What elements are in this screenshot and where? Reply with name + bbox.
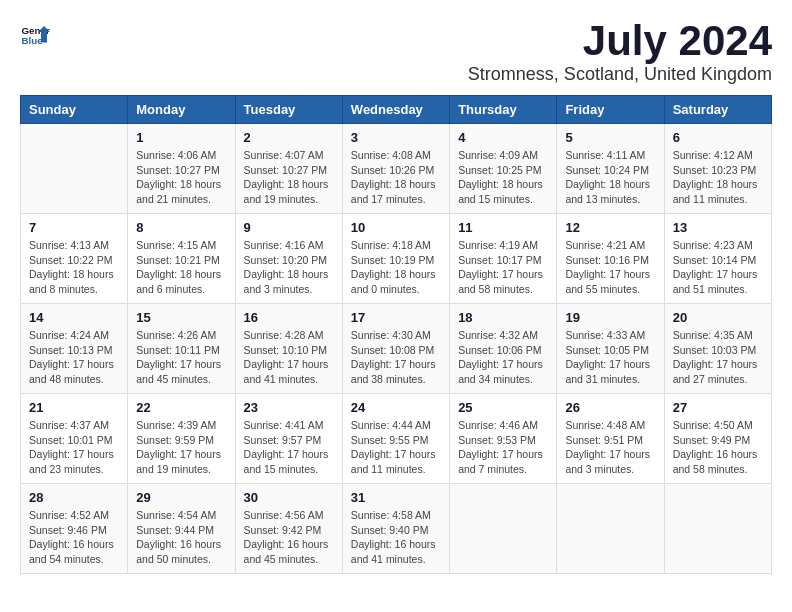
day-number: 3 — [351, 130, 441, 145]
day-info: Sunrise: 4:13 AMSunset: 10:22 PMDaylight… — [29, 238, 119, 297]
header-sunday: Sunday — [21, 96, 128, 124]
day-info: Sunrise: 4:39 AMSunset: 9:59 PMDaylight:… — [136, 418, 226, 477]
day-info: Sunrise: 4:52 AMSunset: 9:46 PMDaylight:… — [29, 508, 119, 567]
header-friday: Friday — [557, 96, 664, 124]
day-info: Sunrise: 4:23 AMSunset: 10:14 PMDaylight… — [673, 238, 763, 297]
week-row-2: 7Sunrise: 4:13 AMSunset: 10:22 PMDayligh… — [21, 214, 772, 304]
day-number: 5 — [565, 130, 655, 145]
week-row-3: 14Sunrise: 4:24 AMSunset: 10:13 PMDaylig… — [21, 304, 772, 394]
table-cell: 11Sunrise: 4:19 AMSunset: 10:17 PMDaylig… — [450, 214, 557, 304]
month-title: July 2024 — [468, 20, 772, 62]
day-number: 4 — [458, 130, 548, 145]
day-number: 11 — [458, 220, 548, 235]
table-cell: 13Sunrise: 4:23 AMSunset: 10:14 PMDaylig… — [664, 214, 771, 304]
day-number: 22 — [136, 400, 226, 415]
table-cell: 16Sunrise: 4:28 AMSunset: 10:10 PMDaylig… — [235, 304, 342, 394]
header-wednesday: Wednesday — [342, 96, 449, 124]
day-number: 28 — [29, 490, 119, 505]
table-cell: 27Sunrise: 4:50 AMSunset: 9:49 PMDayligh… — [664, 394, 771, 484]
day-number: 1 — [136, 130, 226, 145]
table-cell: 30Sunrise: 4:56 AMSunset: 9:42 PMDayligh… — [235, 484, 342, 574]
day-number: 26 — [565, 400, 655, 415]
day-info: Sunrise: 4:09 AMSunset: 10:25 PMDaylight… — [458, 148, 548, 207]
table-cell: 9Sunrise: 4:16 AMSunset: 10:20 PMDayligh… — [235, 214, 342, 304]
table-cell: 4Sunrise: 4:09 AMSunset: 10:25 PMDayligh… — [450, 124, 557, 214]
table-cell: 14Sunrise: 4:24 AMSunset: 10:13 PMDaylig… — [21, 304, 128, 394]
table-cell — [21, 124, 128, 214]
day-info: Sunrise: 4:56 AMSunset: 9:42 PMDaylight:… — [244, 508, 334, 567]
day-number: 18 — [458, 310, 548, 325]
calendar-table: Sunday Monday Tuesday Wednesday Thursday… — [20, 95, 772, 574]
day-info: Sunrise: 4:48 AMSunset: 9:51 PMDaylight:… — [565, 418, 655, 477]
table-cell — [557, 484, 664, 574]
day-number: 17 — [351, 310, 441, 325]
day-info: Sunrise: 4:16 AMSunset: 10:20 PMDaylight… — [244, 238, 334, 297]
table-cell: 26Sunrise: 4:48 AMSunset: 9:51 PMDayligh… — [557, 394, 664, 484]
day-number: 24 — [351, 400, 441, 415]
day-number: 12 — [565, 220, 655, 235]
day-info: Sunrise: 4:30 AMSunset: 10:08 PMDaylight… — [351, 328, 441, 387]
header-monday: Monday — [128, 96, 235, 124]
day-number: 13 — [673, 220, 763, 235]
table-cell — [450, 484, 557, 574]
day-number: 7 — [29, 220, 119, 235]
table-cell: 31Sunrise: 4:58 AMSunset: 9:40 PMDayligh… — [342, 484, 449, 574]
table-cell: 21Sunrise: 4:37 AMSunset: 10:01 PMDaylig… — [21, 394, 128, 484]
day-number: 19 — [565, 310, 655, 325]
day-info: Sunrise: 4:35 AMSunset: 10:03 PMDaylight… — [673, 328, 763, 387]
table-cell: 18Sunrise: 4:32 AMSunset: 10:06 PMDaylig… — [450, 304, 557, 394]
day-info: Sunrise: 4:46 AMSunset: 9:53 PMDaylight:… — [458, 418, 548, 477]
day-info: Sunrise: 4:58 AMSunset: 9:40 PMDaylight:… — [351, 508, 441, 567]
day-info: Sunrise: 4:26 AMSunset: 10:11 PMDaylight… — [136, 328, 226, 387]
day-info: Sunrise: 4:24 AMSunset: 10:13 PMDaylight… — [29, 328, 119, 387]
day-number: 20 — [673, 310, 763, 325]
table-cell: 22Sunrise: 4:39 AMSunset: 9:59 PMDayligh… — [128, 394, 235, 484]
day-number: 30 — [244, 490, 334, 505]
location-title: Stromness, Scotland, United Kingdom — [468, 64, 772, 85]
page-header: General Blue July 2024 Stromness, Scotla… — [20, 20, 772, 85]
day-info: Sunrise: 4:07 AMSunset: 10:27 PMDaylight… — [244, 148, 334, 207]
day-info: Sunrise: 4:19 AMSunset: 10:17 PMDaylight… — [458, 238, 548, 297]
day-number: 15 — [136, 310, 226, 325]
header-thursday: Thursday — [450, 96, 557, 124]
day-number: 16 — [244, 310, 334, 325]
table-cell: 25Sunrise: 4:46 AMSunset: 9:53 PMDayligh… — [450, 394, 557, 484]
table-cell: 7Sunrise: 4:13 AMSunset: 10:22 PMDayligh… — [21, 214, 128, 304]
day-info: Sunrise: 4:21 AMSunset: 10:16 PMDaylight… — [565, 238, 655, 297]
day-info: Sunrise: 4:37 AMSunset: 10:01 PMDaylight… — [29, 418, 119, 477]
week-row-1: 1Sunrise: 4:06 AMSunset: 10:27 PMDayligh… — [21, 124, 772, 214]
day-info: Sunrise: 4:54 AMSunset: 9:44 PMDaylight:… — [136, 508, 226, 567]
day-number: 23 — [244, 400, 334, 415]
table-cell: 3Sunrise: 4:08 AMSunset: 10:26 PMDayligh… — [342, 124, 449, 214]
day-number: 25 — [458, 400, 548, 415]
day-number: 10 — [351, 220, 441, 235]
day-info: Sunrise: 4:12 AMSunset: 10:23 PMDaylight… — [673, 148, 763, 207]
table-cell: 12Sunrise: 4:21 AMSunset: 10:16 PMDaylig… — [557, 214, 664, 304]
day-info: Sunrise: 4:32 AMSunset: 10:06 PMDaylight… — [458, 328, 548, 387]
header-saturday: Saturday — [664, 96, 771, 124]
table-cell: 2Sunrise: 4:07 AMSunset: 10:27 PMDayligh… — [235, 124, 342, 214]
day-number: 31 — [351, 490, 441, 505]
day-number: 8 — [136, 220, 226, 235]
header-row: Sunday Monday Tuesday Wednesday Thursday… — [21, 96, 772, 124]
table-cell: 23Sunrise: 4:41 AMSunset: 9:57 PMDayligh… — [235, 394, 342, 484]
table-cell — [664, 484, 771, 574]
day-info: Sunrise: 4:44 AMSunset: 9:55 PMDaylight:… — [351, 418, 441, 477]
day-info: Sunrise: 4:50 AMSunset: 9:49 PMDaylight:… — [673, 418, 763, 477]
svg-text:Blue: Blue — [22, 35, 44, 46]
logo: General Blue — [20, 20, 54, 50]
day-number: 27 — [673, 400, 763, 415]
day-info: Sunrise: 4:06 AMSunset: 10:27 PMDaylight… — [136, 148, 226, 207]
day-number: 14 — [29, 310, 119, 325]
title-section: July 2024 Stromness, Scotland, United Ki… — [468, 20, 772, 85]
day-number: 21 — [29, 400, 119, 415]
table-cell: 17Sunrise: 4:30 AMSunset: 10:08 PMDaylig… — [342, 304, 449, 394]
day-info: Sunrise: 4:41 AMSunset: 9:57 PMDaylight:… — [244, 418, 334, 477]
table-cell: 24Sunrise: 4:44 AMSunset: 9:55 PMDayligh… — [342, 394, 449, 484]
table-cell: 20Sunrise: 4:35 AMSunset: 10:03 PMDaylig… — [664, 304, 771, 394]
day-number: 9 — [244, 220, 334, 235]
day-info: Sunrise: 4:11 AMSunset: 10:24 PMDaylight… — [565, 148, 655, 207]
day-info: Sunrise: 4:28 AMSunset: 10:10 PMDaylight… — [244, 328, 334, 387]
table-cell: 6Sunrise: 4:12 AMSunset: 10:23 PMDayligh… — [664, 124, 771, 214]
week-row-4: 21Sunrise: 4:37 AMSunset: 10:01 PMDaylig… — [21, 394, 772, 484]
